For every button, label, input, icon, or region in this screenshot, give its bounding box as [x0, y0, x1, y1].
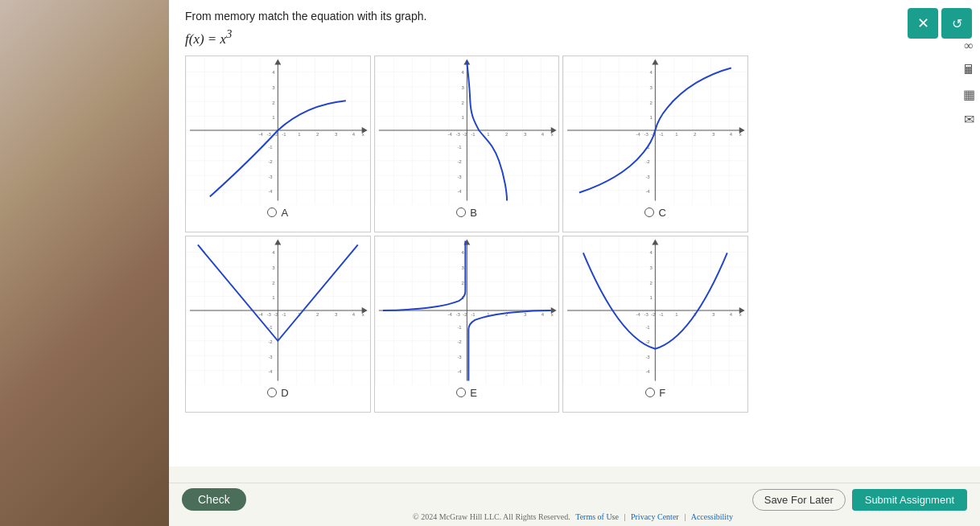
- svg-text:-1: -1: [457, 145, 462, 150]
- svg-text:-4: -4: [447, 312, 452, 317]
- graph-label-c[interactable]: C: [644, 205, 665, 222]
- svg-text:x: x: [739, 132, 742, 137]
- footer-links: © 2024 McGraw Hill LLC. All Rights Reser…: [182, 511, 967, 523]
- svg-text:-3: -3: [266, 312, 271, 317]
- label-e-text: E: [470, 387, 477, 399]
- graph-label-f[interactable]: F: [645, 385, 665, 402]
- svg-text:-4: -4: [646, 368, 651, 373]
- svg-text:x: x: [362, 312, 364, 317]
- radio-b[interactable]: [456, 208, 466, 217]
- equation-display: f(x) = x3: [185, 27, 964, 47]
- graphs-container: -4 -3 -2 -1 1 2 3 4 x 4 3 2 1 -1 -2 -3 -: [185, 55, 748, 413]
- svg-text:-4: -4: [457, 188, 462, 193]
- svg-text:-4: -4: [258, 132, 263, 137]
- svg-text:-2: -2: [463, 312, 467, 317]
- calculator-icon[interactable]: 🖩: [962, 63, 975, 77]
- graph-cell-d[interactable]: -4 -3 -2 -1 1 2 3 4 x 4 3 2 1 -1 -2 -3 -: [185, 236, 371, 413]
- svg-text:-1: -1: [660, 132, 665, 137]
- label-d-text: D: [281, 387, 288, 399]
- svg-text:-2: -2: [652, 312, 657, 317]
- svg-text:-4: -4: [457, 368, 462, 373]
- graph-svg-e: -4 -3 -2 -1 1 2 3 4 x 4 3 2 1 -1 -2 -3 -: [375, 236, 559, 385]
- label-f-text: F: [659, 387, 665, 399]
- radio-f[interactable]: [645, 388, 655, 397]
- svg-text:-1: -1: [471, 312, 476, 317]
- radio-e[interactable]: [456, 388, 466, 397]
- svg-text:-2: -2: [268, 158, 273, 163]
- privacy-link[interactable]: Privacy Center: [631, 512, 679, 521]
- graph-label-a[interactable]: A: [267, 205, 288, 222]
- svg-text:-2: -2: [463, 132, 467, 137]
- copyright-text: © 2024 McGraw Hill LLC. All Rights Reser…: [413, 512, 570, 521]
- svg-text:-3: -3: [646, 174, 651, 179]
- svg-text:x: x: [362, 132, 364, 137]
- graph-svg-a: -4 -3 -2 -1 1 2 3 4 x 4 3 2 1 -1 -2 -3 -: [186, 56, 370, 205]
- svg-text:-3: -3: [455, 312, 460, 317]
- label-b-text: B: [470, 207, 477, 219]
- svg-text:-4: -4: [636, 132, 641, 137]
- graph-label-b[interactable]: B: [456, 205, 477, 222]
- svg-text:-3: -3: [457, 354, 462, 359]
- svg-text:-3: -3: [266, 132, 271, 137]
- svg-text:-4: -4: [636, 312, 641, 317]
- svg-text:-2: -2: [457, 339, 462, 343]
- svg-text:-3: -3: [455, 132, 460, 137]
- svg-text:-3: -3: [644, 312, 649, 317]
- bottom-right-buttons: Save For Later Submit Assignment: [752, 489, 967, 511]
- graph-svg-f: -4 -3 -2 -1 1 2 3 4 x 4 3 2 1 -1 -2 -3 -: [563, 236, 747, 385]
- bottom-bar-inner: Check Save For Later Submit Assignment: [182, 488, 967, 511]
- bottom-bar: Check Save For Later Submit Assignment ©…: [169, 483, 980, 526]
- svg-text:-4: -4: [258, 312, 263, 317]
- graph-svg-b: -4 -3 -2 -1 1 2 3 4 x 4 3 2 1 -1 -2 -3 -: [375, 56, 559, 205]
- svg-text:x: x: [739, 312, 742, 317]
- right-sidebar: ∞ 🖩 ▦ ✉: [957, 32, 980, 134]
- background-decoration: [0, 0, 169, 526]
- radio-d[interactable]: [267, 388, 277, 397]
- svg-text:-4: -4: [268, 368, 273, 373]
- svg-text:-1: -1: [471, 132, 476, 137]
- radio-a[interactable]: [267, 208, 277, 217]
- svg-text:-3: -3: [268, 354, 273, 359]
- svg-text:-1: -1: [268, 145, 273, 150]
- radio-c[interactable]: [644, 208, 654, 217]
- table-icon[interactable]: ▦: [963, 87, 975, 102]
- svg-text:-1: -1: [282, 132, 286, 137]
- graph-cell-a[interactable]: -4 -3 -2 -1 1 2 3 4 x 4 3 2 1 -1 -2 -3 -: [185, 55, 371, 232]
- svg-text:x: x: [550, 132, 553, 137]
- svg-text:-3: -3: [457, 174, 462, 179]
- graph-svg-d: -4 -3 -2 -1 1 2 3 4 x 4 3 2 1 -1 -2 -3 -: [186, 236, 370, 385]
- label-c-text: C: [658, 207, 665, 219]
- graph-cell-e[interactable]: -4 -3 -2 -1 1 2 3 4 x 4 3 2 1 -1 -2 -3 -: [374, 236, 560, 413]
- svg-text:-1: -1: [282, 312, 286, 317]
- svg-text:-3: -3: [268, 174, 273, 179]
- clear-button[interactable]: ✕: [908, 8, 938, 39]
- question-text: From memory match the equation with its …: [185, 10, 964, 23]
- svg-text:-1: -1: [457, 325, 462, 330]
- svg-text:-3: -3: [644, 132, 649, 137]
- graph-label-d[interactable]: D: [267, 385, 288, 402]
- infinity-icon[interactable]: ∞: [964, 39, 973, 53]
- accessibility-link[interactable]: Accessibility: [691, 512, 733, 521]
- svg-text:-1: -1: [268, 325, 273, 330]
- svg-text:-3: -3: [646, 354, 651, 359]
- svg-text:-4: -4: [268, 188, 273, 193]
- svg-text:-2: -2: [457, 158, 462, 163]
- message-icon[interactable]: ✉: [964, 112, 974, 127]
- graph-cell-b[interactable]: -4 -3 -2 -1 1 2 3 4 x 4 3 2 1 -1 -2 -3 -: [374, 55, 560, 232]
- submit-assignment-button[interactable]: Submit Assignment: [852, 489, 967, 511]
- save-for-later-button[interactable]: Save For Later: [752, 489, 846, 511]
- svg-text:-4: -4: [447, 132, 452, 137]
- svg-text:-2: -2: [274, 312, 278, 317]
- graph-cell-c[interactable]: -4 -3 -2 -1 1 2 3 4 x 4 3 2 1 -1 -2 -3 -: [562, 55, 748, 232]
- check-button[interactable]: Check: [182, 488, 246, 511]
- svg-text:x: x: [550, 312, 553, 317]
- svg-text:-4: -4: [646, 188, 651, 193]
- svg-text:-2: -2: [646, 339, 651, 343]
- svg-text:-2: -2: [268, 339, 273, 343]
- svg-text:-1: -1: [646, 325, 651, 330]
- graph-cell-f[interactable]: -4 -3 -2 -1 1 2 3 4 x 4 3 2 1 -1 -2 -3 -: [562, 236, 748, 413]
- graph-svg-c: -4 -3 -2 -1 1 2 3 4 x 4 3 2 1 -1 -2 -3 -: [563, 56, 747, 205]
- terms-link[interactable]: Terms of Use: [575, 512, 619, 521]
- graph-label-e[interactable]: E: [456, 385, 477, 402]
- question-area: From memory match the equation with its …: [169, 0, 980, 466]
